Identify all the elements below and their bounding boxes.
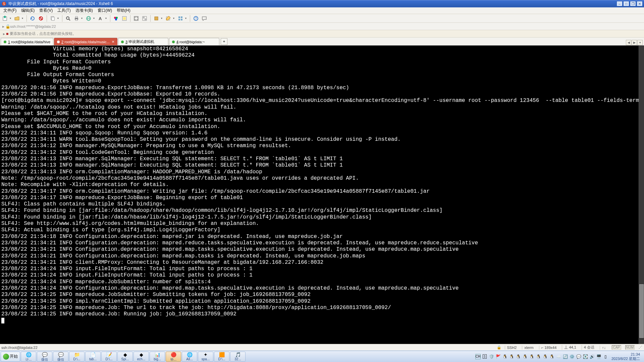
taskbar-item[interactable]: 🌐计... bbox=[21, 352, 36, 362]
taskbar-app-label: 32... bbox=[234, 357, 241, 361]
svg-rect-27 bbox=[155, 17, 158, 20]
tray-qq5-icon[interactable]: 🐧 bbox=[529, 354, 534, 359]
tray-qq7-icon[interactable]: 🐧 bbox=[542, 354, 548, 359]
add-tab-button[interactable]: + bbox=[221, 38, 227, 45]
help-button[interactable]: ? bbox=[192, 15, 200, 22]
copy-button[interactable] bbox=[49, 15, 56, 22]
session-tab-2[interactable]: 2 root@bigdata:/data/music... ✕ bbox=[54, 38, 117, 45]
tray-network-icon[interactable]: 🖥️ bbox=[596, 354, 601, 359]
fullscreen-button[interactable] bbox=[132, 15, 140, 22]
tray-sync-icon[interactable]: 🔄 bbox=[562, 354, 568, 359]
highlight-button[interactable] bbox=[121, 15, 128, 22]
taskbar-item[interactable]: 🔴毕... bbox=[166, 352, 181, 362]
taskbar-item[interactable]: 🟧D:\... bbox=[214, 352, 229, 362]
tab-list-button[interactable]: ▾ bbox=[637, 40, 643, 45]
menu-file[interactable]: 文件(F) bbox=[1, 7, 18, 14]
start-button[interactable]: 开始 bbox=[1, 352, 20, 362]
tab-scroll-right[interactable]: ▶ bbox=[632, 40, 637, 45]
session-tabs: 1 root@bigdata:/data/hive 2 root@bigdata… bbox=[0, 38, 644, 46]
tray-gear-icon[interactable]: ⚙️ bbox=[569, 354, 575, 359]
taskbar-item[interactable]: ◆Spi... bbox=[117, 352, 133, 362]
web-button[interactable] bbox=[85, 15, 92, 22]
taskbar-app-label: tab... bbox=[89, 357, 97, 361]
tray-disk-icon[interactable]: 💽 bbox=[583, 354, 588, 359]
taskbar-item[interactable]: ✦spa... bbox=[198, 352, 213, 362]
lock-icon: 🔒 bbox=[5, 24, 10, 29]
taskbar-item[interactable]: 💬微信 bbox=[37, 352, 52, 362]
taskbar-item[interactable]: 📄tab... bbox=[85, 352, 101, 362]
tab-scroll-left[interactable]: ◀ bbox=[626, 40, 631, 45]
session-tab-3[interactable]: 3 毕设测试虚拟机 bbox=[118, 38, 168, 45]
tray-cloud-icon[interactable]: ☁️ bbox=[556, 354, 561, 359]
terminal-output[interactable]: Virtual memory (bytes) snapshot=84216586… bbox=[0, 46, 644, 344]
address-text[interactable]: ssh://root:******@bigdata:22 bbox=[10, 24, 56, 28]
font-button[interactable]: A bbox=[97, 15, 104, 22]
taskbar-item[interactable]: 💬微信 bbox=[53, 352, 68, 362]
menu-help[interactable]: 帮助(H) bbox=[115, 7, 132, 14]
session-tab-4[interactable]: 4 root@bigdata:~ bbox=[169, 38, 219, 45]
color-button[interactable] bbox=[112, 15, 120, 22]
svg-text:?: ? bbox=[195, 17, 197, 20]
hint-text: 要添加当前会话，点击左侧的箭头按钮。 bbox=[10, 31, 76, 36]
menu-edit[interactable]: 编辑(E) bbox=[19, 7, 37, 14]
tray-flag-icon[interactable]: 🚩 bbox=[495, 354, 501, 359]
hint-arrow-icon[interactable]: ▸ bbox=[2, 32, 6, 36]
tray-ime-icon[interactable]: 🅂 bbox=[482, 354, 487, 359]
tray-volume-icon[interactable]: 🔊 bbox=[589, 354, 595, 359]
transparent-button[interactable] bbox=[141, 15, 148, 22]
close-tab-icon[interactable]: ✕ bbox=[110, 40, 114, 44]
tray-shield-icon[interactable]: 🛡️ bbox=[489, 354, 494, 359]
new-session-button[interactable] bbox=[1, 15, 9, 22]
tab-label: root@bigdata:/data/hive bbox=[11, 40, 50, 44]
terminal-scrollbar[interactable] bbox=[639, 46, 644, 344]
taskbar-app-icon: 💬 bbox=[42, 352, 48, 357]
svg-rect-13 bbox=[75, 19, 77, 20]
tray-qq2-icon[interactable]: 🐧 bbox=[509, 354, 514, 359]
tray-qq4-icon[interactable]: 🐧 bbox=[522, 354, 528, 359]
find-button[interactable] bbox=[64, 15, 72, 22]
disconnect-button[interactable] bbox=[37, 15, 45, 22]
print-button[interactable] bbox=[73, 15, 80, 22]
tray-qq6-icon[interactable]: 🐧 bbox=[536, 354, 541, 359]
addr-arrow-icon[interactable]: ▸ bbox=[1, 24, 5, 29]
menu-view[interactable]: 查看(V) bbox=[37, 7, 55, 14]
minimize-button[interactable]: – bbox=[616, 1, 623, 6]
taskbar-item[interactable]: 🎵32... bbox=[230, 352, 246, 362]
menu-window[interactable]: 窗口(W) bbox=[96, 7, 114, 14]
taskbar-app-icon: 📝 bbox=[106, 352, 112, 357]
toolbar: ▾ ▾ ▾ ▾ ▾ A▾ ▾ ▾ ▾ ? bbox=[0, 14, 644, 23]
status-bar: ssh://root@bigdata:22 🔒 SSH2 xterm ⌐ 189… bbox=[0, 344, 644, 351]
tab-number: 4 bbox=[176, 40, 178, 44]
maximize-button[interactable]: □ bbox=[623, 1, 629, 6]
taskbar-item[interactable]: 📝D:\... bbox=[101, 352, 117, 362]
menu-tools[interactable]: 工具(T) bbox=[55, 7, 72, 14]
session-tab-1[interactable]: 1 root@bigdata:/data/hive bbox=[1, 38, 53, 45]
svg-rect-12 bbox=[75, 16, 77, 18]
window-titlebar: S 毕设测试虚拟机 - root@bigdata:/data/music2024… bbox=[0, 0, 644, 7]
tray-chat-icon[interactable]: 💬 bbox=[576, 354, 581, 359]
tray-qq8-icon[interactable]: 🐧 bbox=[549, 354, 554, 359]
chat-button[interactable] bbox=[201, 15, 208, 22]
taskbar-app-label: 毕... bbox=[170, 357, 176, 361]
tray-battery-icon[interactable]: ▯ bbox=[603, 354, 608, 359]
tray-qq1-icon[interactable]: 🐧 bbox=[502, 354, 507, 359]
tile-button[interactable] bbox=[177, 15, 184, 22]
taskbar-app-icon: ◆ bbox=[140, 352, 143, 357]
svg-rect-30 bbox=[181, 16, 182, 18]
menu-tab[interactable]: 选项卡(B) bbox=[73, 7, 95, 14]
open-button[interactable] bbox=[13, 15, 21, 22]
taskbar-item[interactable]: ◆ech... bbox=[133, 352, 149, 362]
taskbar-item[interactable]: 📊big... bbox=[150, 352, 165, 362]
lang-indicator[interactable]: CH bbox=[475, 354, 481, 359]
tray-qq3-icon[interactable]: 🐧 bbox=[516, 354, 521, 359]
taskbar-item[interactable]: 🌐All... bbox=[182, 352, 197, 362]
taskbar-item[interactable]: 📁D:\... bbox=[69, 352, 85, 362]
taskbar-app-icon: 🔴 bbox=[171, 352, 176, 357]
reconnect-button[interactable] bbox=[29, 15, 36, 22]
bookmark-button[interactable] bbox=[153, 15, 160, 22]
compose-button[interactable] bbox=[165, 15, 172, 22]
scrollbar-thumb[interactable] bbox=[639, 284, 644, 338]
close-button[interactable]: ✕ bbox=[637, 1, 643, 6]
taskbar-clock[interactable]: 21:34 2023/8/22 星期二 bbox=[609, 352, 642, 361]
restore-button[interactable]: ❐ bbox=[630, 1, 636, 6]
